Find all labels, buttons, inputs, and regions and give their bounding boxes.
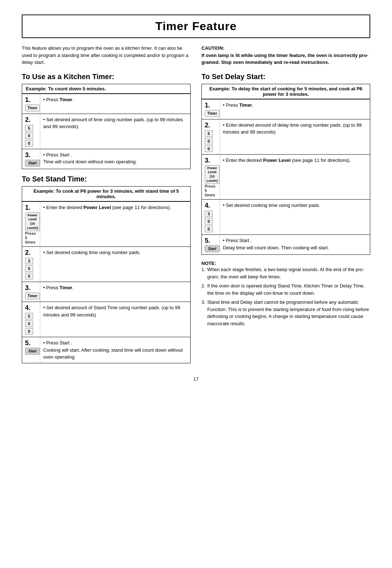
- start-icon-delay: Start: [205, 245, 220, 252]
- delay-step-5: 5. Start • Press Start .Delay time will …: [202, 234, 370, 254]
- num-pads-delay-4: 3 0 0: [205, 211, 213, 232]
- note-item-2: If the oven door is opened during Stand …: [201, 282, 370, 297]
- note-item-3: Stand time and Delay start cannot be pro…: [201, 299, 370, 327]
- num-pads-delay-2: 5 0 0: [205, 130, 213, 152]
- delay-step-num-5: 5. Start: [202, 235, 220, 254]
- num-pads-icon: 5 0 0: [25, 125, 33, 147]
- delay-step-num-2: 2. 5 0 0: [202, 119, 220, 154]
- delay-content-3: • Enter the desired Power Level (see pag…: [220, 155, 370, 200]
- delay-step-num-3: 3. PowerLevel(10 Levels) Press 5 times: [202, 155, 220, 200]
- delay-start-section: To Set Delay Start: Example: To delay th…: [201, 73, 370, 255]
- num-pads-stand-2: 3 0 0: [25, 258, 33, 279]
- timer-icon-stand: Timer: [25, 293, 40, 299]
- caution-label: CAUTION:: [201, 45, 225, 51]
- delay-start-title: To Set Delay Start:: [201, 73, 370, 81]
- stand-content-2: • Set desired cooking time using number …: [40, 247, 190, 282]
- stand-step-4: 4. 5 0 0 • Set desired amount of Stand T…: [22, 302, 190, 337]
- note-item-1: When each stage finishes, a two-beep sig…: [201, 266, 370, 280]
- kitchen-timer-section: To Use as a Kitchen Timer: Example: To c…: [22, 73, 191, 169]
- note-list: When each stage finishes, a two-beep sig…: [201, 266, 370, 327]
- step-num-3: 3. Start: [22, 149, 40, 169]
- start-icon-1: Start: [25, 160, 40, 167]
- timer-icon-delay: Timer: [205, 110, 220, 117]
- delay-content-4: • Set desired cooking time using number …: [220, 200, 370, 234]
- delay-step-2: 2. 5 0 0 • Enter desired amount of delay…: [202, 119, 370, 154]
- kitchen-step-1: 1. Timer • Press Timer.: [22, 94, 190, 114]
- stand-time-section: To Set Stand Time: Example: To cook at P…: [22, 175, 191, 363]
- stand-step-1: 1. PowerLevel(10 Levels) Press 5 times •…: [22, 201, 190, 247]
- left-column: To Use as a Kitchen Timer: Example: To c…: [22, 73, 191, 369]
- stand-content-1: • Enter the desired Power Level (see pag…: [40, 202, 190, 247]
- notes-section: NOTE: When each stage finishes, a two-be…: [201, 261, 370, 327]
- step-num-2: 2. 5 0 0: [22, 114, 40, 149]
- stand-content-3: • Press Timer.: [40, 282, 190, 302]
- kitchen-step-2: 2. 5 0 0 • Set desired amount of time us…: [22, 114, 190, 149]
- delay-content-2: • Enter desired amount of delay time usi…: [220, 119, 370, 154]
- note-label: NOTE:: [201, 261, 216, 266]
- delay-start-steps: 1. Timer • Press Timer. 2. 5 0 0: [201, 99, 370, 255]
- intro-text: This feature allows you to program the o…: [22, 45, 191, 66]
- caution-body: If oven lamp is lit while using the time…: [201, 52, 370, 66]
- start-icon-stand: Start: [25, 348, 40, 355]
- delay-step-num-1: 1. Timer: [202, 99, 220, 119]
- stand-time-example: Example: To cook at P6 power for 3 minut…: [22, 186, 191, 201]
- stand-step-num-1: 1. PowerLevel(10 Levels) Press 5 times: [22, 202, 40, 247]
- step-content-3: • Press Start .Time will count down with…: [40, 149, 190, 169]
- stand-step-3: 3. Timer • Press Timer.: [22, 282, 190, 302]
- delay-step-1: 1. Timer • Press Timer.: [202, 99, 370, 119]
- page-number: 17: [22, 376, 370, 382]
- page-title: Timer Feature: [22, 15, 370, 38]
- step-content-1: • Press Timer.: [40, 94, 190, 114]
- stand-content-4: • Set desired amount of Stand Time using…: [40, 302, 190, 337]
- stand-step-num-2: 2. 3 0 0: [22, 247, 40, 282]
- stand-step-5: 5. Start • Press Start .Cooking will sta…: [22, 337, 190, 363]
- stand-step-num-4: 4. 5 0 0: [22, 302, 40, 337]
- step-num-1: 1. Timer: [22, 94, 40, 114]
- stand-step-2: 2. 3 0 0 • Set desired cooking time usin…: [22, 246, 190, 282]
- caution-block: CAUTION: If oven lamp is lit while using…: [201, 45, 370, 66]
- stand-content-5: • Press Start .Cooking will start. After…: [40, 337, 190, 363]
- num-pads-stand-4: 5 0 0: [25, 313, 33, 335]
- stand-step-num-5: 5. Start: [22, 337, 40, 363]
- delay-step-num-4: 4. 3 0 0: [202, 200, 220, 234]
- stand-time-steps: 1. PowerLevel(10 Levels) Press 5 times •…: [22, 201, 191, 363]
- kitchen-timer-title: To Use as a Kitchen Timer:: [22, 73, 191, 81]
- power-level-icon-1: PowerLevel(10 Levels): [25, 212, 40, 232]
- delay-content-5: • Press Start .Delay time will count dow…: [220, 235, 370, 254]
- stand-time-title: To Set Stand Time:: [22, 175, 191, 183]
- delay-step-4: 4. 3 0 0 • Set desired cooking time usin…: [202, 199, 370, 234]
- stand-step-num-3: 3. Timer: [22, 282, 40, 302]
- kitchen-timer-example: Example: To count down 5 minutes.: [22, 84, 191, 94]
- power-level-icon-delay: PowerLevel(10 Levels): [205, 165, 220, 184]
- delay-step-3: 3. PowerLevel(10 Levels) Press 5 times •…: [202, 154, 370, 200]
- delay-content-1: • Press Timer.: [220, 99, 370, 119]
- step-content-2: • Set desired amount of time using numbe…: [40, 114, 190, 149]
- kitchen-timer-steps: 1. Timer • Press Timer. 2. 5 0 0: [22, 94, 191, 169]
- timer-icon-1: Timer: [25, 105, 40, 111]
- delay-start-example: Example: To delay the start of cooking f…: [201, 84, 370, 99]
- kitchen-step-3: 3. Start • Press Start .Time will count …: [22, 149, 190, 169]
- right-column: To Set Delay Start: Example: To delay th…: [201, 73, 370, 369]
